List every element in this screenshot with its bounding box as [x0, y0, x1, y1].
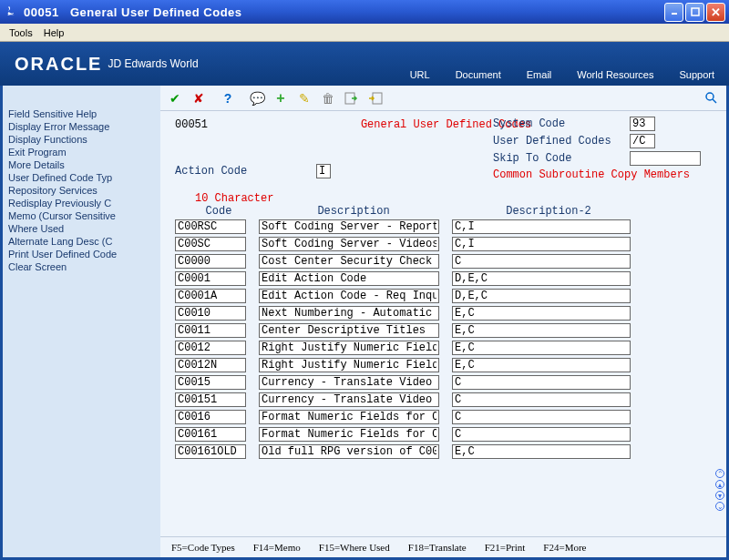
minimize-button[interactable]	[664, 3, 683, 22]
table-row	[175, 443, 717, 460]
code-cell[interactable]	[175, 392, 246, 407]
system-code-field[interactable]	[630, 117, 655, 131]
import-icon[interactable]	[368, 91, 383, 106]
f18[interactable]: F18=Translate	[408, 542, 467, 553]
titlebar: 00051 General User Defined Codes ✕	[0, 0, 729, 24]
skip-field[interactable]	[630, 151, 701, 166]
ok-icon[interactable]: ✔	[168, 91, 182, 106]
f15[interactable]: F15=Where Used	[319, 542, 390, 553]
code-cell[interactable]	[175, 219, 246, 234]
f14[interactable]: F14=Memo	[253, 542, 301, 553]
link-world-resources[interactable]: World Resources	[577, 69, 653, 80]
search-program-icon[interactable]: 💬	[250, 91, 264, 106]
desc2-cell[interactable]	[452, 289, 631, 303]
edit-icon[interactable]: ✎	[297, 91, 312, 106]
table-row	[175, 287, 717, 304]
sidebar-item[interactable]: Exit Program	[8, 146, 157, 158]
code-cell[interactable]	[175, 237, 246, 251]
link-url[interactable]: URL	[410, 69, 430, 80]
desc-cell[interactable]	[259, 254, 439, 269]
side-panel: Field Sensitive HelpDisplay Error Messag…	[3, 86, 160, 557]
desc2-cell[interactable]	[452, 358, 631, 372]
code-cell[interactable]	[175, 254, 246, 269]
sidebar-item[interactable]: Memo (Cursor Sensitive	[8, 209, 157, 222]
link-email[interactable]: Email	[527, 69, 552, 80]
desc-cell[interactable]	[259, 410, 439, 424]
code-cell[interactable]	[175, 323, 246, 338]
search-icon[interactable]	[704, 91, 719, 106]
code-cell[interactable]	[175, 341, 246, 355]
desc2-cell[interactable]	[452, 444, 631, 459]
desc2-cell[interactable]	[452, 323, 631, 338]
code-cell[interactable]	[175, 444, 246, 459]
sidebar-item[interactable]: User Defined Code Typ	[8, 171, 157, 184]
desc-cell[interactable]	[259, 375, 439, 390]
sidebar-item[interactable]: Display Error Message	[8, 120, 157, 133]
udc-field[interactable]	[630, 134, 655, 148]
sidebar-item[interactable]: Clear Screen	[8, 260, 157, 273]
code-cell[interactable]	[175, 271, 246, 286]
f21[interactable]: F21=Print	[485, 542, 526, 553]
desc2-cell[interactable]	[452, 375, 631, 390]
oracle-header: ORACLE JD Edwards World URL Document Ema…	[0, 42, 729, 86]
table-row	[175, 373, 717, 391]
menu-help[interactable]: Help	[38, 25, 70, 40]
code-cell[interactable]	[175, 375, 246, 390]
desc-cell[interactable]	[259, 289, 439, 303]
delete-icon[interactable]: 🗑	[321, 91, 335, 106]
export-icon[interactable]	[344, 91, 359, 106]
desc2-cell[interactable]	[452, 341, 631, 355]
toolbar: ✔ ✘ ? 💬 + ✎ 🗑	[160, 86, 726, 111]
action-code-field[interactable]	[316, 164, 331, 178]
desc-cell[interactable]	[259, 444, 439, 459]
scroll-down-icon[interactable]: ▾	[715, 491, 724, 500]
close-button[interactable]: ✕	[706, 3, 725, 22]
desc2-cell[interactable]	[452, 392, 631, 407]
code-cell[interactable]	[175, 410, 246, 424]
sidebar-item[interactable]: Print User Defined Code	[8, 248, 157, 260]
cancel-icon[interactable]: ✘	[191, 91, 206, 106]
f24[interactable]: F24=More	[543, 542, 586, 553]
sidebar-item[interactable]: Repository Services	[8, 184, 157, 197]
sidebar-item[interactable]: Redisplay Previously C	[8, 197, 157, 209]
link-support[interactable]: Support	[679, 69, 714, 80]
code-cell[interactable]	[175, 427, 246, 442]
desc2-cell[interactable]	[452, 410, 631, 424]
scroll-top-icon[interactable]: ⌃	[715, 469, 724, 478]
desc2-cell[interactable]	[452, 254, 631, 269]
desc-cell[interactable]	[259, 219, 439, 234]
code-cell[interactable]	[175, 306, 246, 321]
table-row	[175, 270, 717, 287]
menu-tools[interactable]: Tools	[4, 25, 38, 40]
desc-cell[interactable]	[259, 392, 439, 407]
link-document[interactable]: Document	[456, 69, 501, 80]
sidebar-item[interactable]: Field Sensitive Help	[8, 107, 157, 120]
code-cell[interactable]	[175, 289, 246, 303]
desc-cell[interactable]	[259, 306, 439, 321]
maximize-button[interactable]	[685, 3, 704, 22]
desc2-cell[interactable]	[452, 427, 631, 442]
desc-cell[interactable]	[259, 237, 439, 251]
desc-cell[interactable]	[259, 358, 439, 372]
desc-cell[interactable]	[259, 323, 439, 338]
add-icon[interactable]: +	[273, 91, 288, 106]
grid: Code Description Description-2	[175, 205, 717, 460]
desc2-cell[interactable]	[452, 219, 631, 234]
sidebar-item[interactable]: More Details	[8, 158, 157, 171]
desc2-cell[interactable]	[452, 271, 631, 286]
help-icon[interactable]: ?	[221, 91, 235, 106]
code-cell[interactable]	[175, 358, 246, 372]
scroll-up-icon[interactable]: ▴	[715, 480, 724, 489]
desc-cell[interactable]	[259, 271, 439, 286]
sidebar-item[interactable]: Alternate Lang Desc (C	[8, 235, 157, 248]
sidebar-item[interactable]: Where Used	[8, 222, 157, 235]
desc2-cell[interactable]	[452, 306, 631, 321]
desc-cell[interactable]	[259, 341, 439, 355]
f5[interactable]: F5=Code Types	[171, 542, 235, 553]
scroll-bottom-icon[interactable]: ⌄	[715, 502, 724, 511]
table-row	[175, 339, 717, 356]
sidebar-item[interactable]: Display Functions	[8, 133, 157, 146]
desc2-cell[interactable]	[452, 237, 631, 251]
desc-cell[interactable]	[259, 427, 439, 442]
col-description: Description	[262, 205, 445, 218]
